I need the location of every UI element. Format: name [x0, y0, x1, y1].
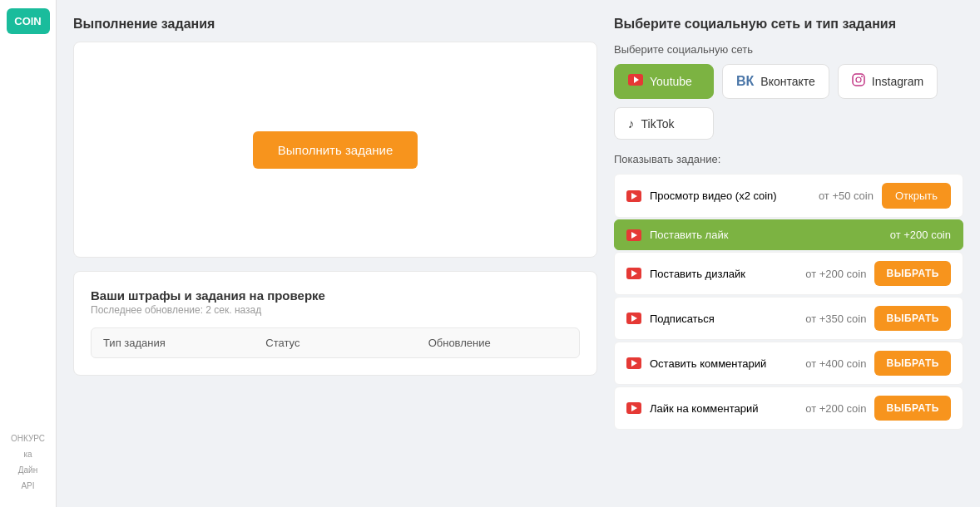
sidebar-item-design[interactable]: Дайн: [18, 465, 37, 475]
yt-icon-like: [626, 229, 641, 241]
task-reward-dislike: от +200 coin: [805, 268, 866, 280]
main-container: Выполнение задания Выполнить задание Ваш…: [57, 0, 980, 507]
sidebar-item-contest[interactable]: ОНКУРС: [11, 434, 45, 443]
sidebar-item-shop[interactable]: ка: [23, 450, 32, 459]
execute-button[interactable]: Выполнить задание: [253, 131, 418, 169]
task-row-subscribe[interactable]: Подписаться от +350 coin ВЫБРАТЬ: [614, 297, 963, 340]
instagram-icon: [852, 73, 865, 90]
sidebar: COIN ОНКУРС ка Дайн API: [0, 0, 57, 507]
instagram-label: Instagram: [872, 75, 923, 88]
task-section: Выполнение задания Выполнить задание: [73, 17, 597, 258]
social-btn-vkontakte[interactable]: ВК Вконтакте: [722, 64, 829, 99]
social-btn-instagram[interactable]: Instagram: [838, 64, 938, 99]
right-title: Выберите социальную сеть и тип задания: [614, 17, 963, 32]
tiktok-label: TikTok: [641, 117, 675, 130]
tiktok-icon: ♪: [628, 116, 635, 130]
social-network-label: Выберите социальную сеть: [614, 43, 963, 56]
task-reward-like-comment: от +200 coin: [805, 402, 866, 415]
col-task-type: Тип задания: [92, 328, 254, 357]
task-name-like-comment: Лайк на комментарий: [650, 402, 797, 415]
select-button-comment[interactable]: ВЫБРАТЬ: [874, 351, 951, 376]
col-update: Обновление: [417, 328, 579, 357]
yt-icon-subscribe: [626, 313, 641, 324]
social-buttons-container: Youtube ВК Вконтакте Instagram ♪ TikTok: [614, 64, 963, 140]
task-name-subscribe: Подписаться: [650, 313, 797, 325]
task-name-watch: Просмотр видео (x2 coin): [650, 190, 810, 202]
task-row-watch[interactable]: Просмотр видео (x2 coin) от +50 coin Отк…: [614, 174, 963, 218]
left-panel: Выполнение задания Выполнить задание Ваш…: [73, 17, 597, 490]
task-reward-like: от +200 coin: [890, 229, 951, 241]
task-name-like: Поставить лайк: [650, 229, 882, 241]
select-button-dislike[interactable]: ВЫБРАТЬ: [874, 261, 951, 286]
fines-subtitle: Последнее обновление: 2 сек. назад: [91, 304, 580, 316]
vkontakte-label: Вконтакте: [760, 75, 815, 88]
right-panel: Выберите социальную сеть и тип задания В…: [614, 17, 963, 490]
yt-icon-like-comment: [626, 402, 641, 414]
svg-point-4: [861, 76, 863, 77]
fines-title: Ваши штрафы и задания на проверке: [91, 288, 580, 303]
task-row-comment[interactable]: Оставить комментарий от +400 coin ВЫБРАТ…: [614, 342, 963, 385]
youtube-label: Youtube: [650, 75, 692, 88]
svg-point-3: [856, 77, 861, 82]
task-name-comment: Оставить комментарий: [650, 357, 797, 370]
task-row-dislike[interactable]: Поставить дизлайк от +200 coin ВЫБРАТЬ: [614, 252, 963, 295]
vk-icon: ВК: [736, 74, 754, 89]
task-list: Просмотр видео (x2 coin) от +50 coin Отк…: [614, 174, 963, 430]
task-reward-watch: от +50 coin: [819, 190, 874, 202]
open-button-watch[interactable]: Открыть: [882, 183, 951, 209]
table-header: Тип задания Статус Обновление: [91, 327, 580, 358]
social-btn-youtube[interactable]: Youtube: [614, 64, 714, 99]
yt-icon-dislike: [626, 268, 641, 279]
task-section-title: Выполнение задания: [73, 17, 597, 32]
task-name-dislike: Поставить дизлайк: [650, 268, 797, 280]
svg-rect-2: [853, 74, 864, 86]
youtube-icon: [628, 74, 643, 89]
col-status: Статус: [254, 328, 416, 357]
show-task-label: Показывать задание:: [614, 153, 963, 165]
social-btn-tiktok[interactable]: ♪ TikTok: [614, 107, 714, 140]
task-reward-subscribe: от +350 coin: [805, 313, 866, 325]
yt-icon-watch: [626, 190, 641, 202]
sidebar-menu: ОНКУРС ка Дайн API: [11, 434, 45, 507]
task-card: Выполнить задание: [73, 42, 597, 258]
coin-button[interactable]: COIN: [7, 8, 50, 34]
task-row-like-comment[interactable]: Лайк на комментарий от +200 coin ВЫБРАТЬ: [614, 386, 963, 430]
task-row-like[interactable]: Поставить лайк от +200 coin: [614, 219, 963, 250]
task-reward-comment: от +400 coin: [805, 357, 866, 370]
fines-card: Ваши штрафы и задания на проверке Послед…: [73, 271, 597, 376]
select-button-like-comment[interactable]: ВЫБРАТЬ: [874, 396, 951, 421]
yt-icon-comment: [626, 357, 641, 369]
sidebar-item-api[interactable]: API: [21, 481, 34, 490]
select-button-subscribe[interactable]: ВЫБРАТЬ: [874, 306, 951, 331]
